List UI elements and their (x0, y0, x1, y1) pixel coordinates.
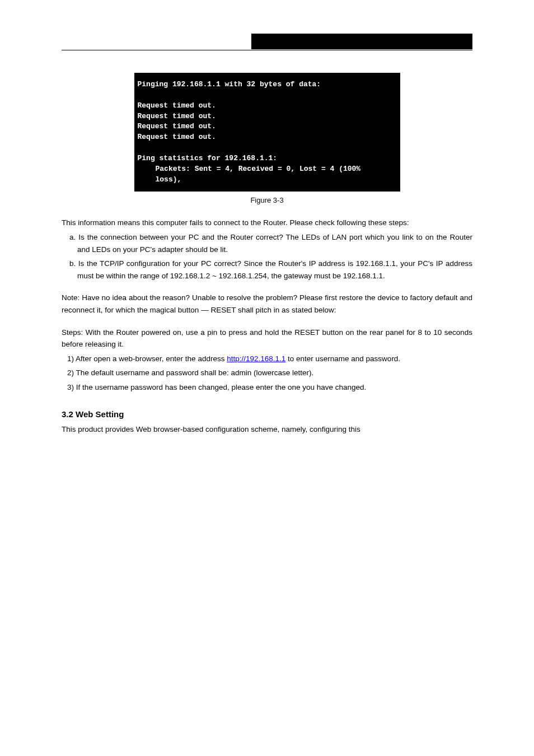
terminal-line: Request timed out. (138, 101, 391, 111)
terminal-line: Packets: Sent = 4, Received = 0, Lost = … (138, 164, 391, 185)
terminal-blank (138, 90, 391, 101)
terminal-line: Request timed out. (138, 132, 391, 143)
paragraph-intro: This information means this computer fai… (62, 217, 472, 229)
bullet-b: b. Is the TCP/IP configuration for your … (77, 258, 472, 282)
step-2: 2) The default username and password sha… (77, 367, 472, 379)
section-heading: 3.2 Web Setting (62, 409, 472, 419)
figure-caption: Figure 3-3 (62, 196, 472, 204)
steps-head: Steps: With the Router powered on, use a… (62, 326, 472, 351)
step-1-text-a: 1) After open a web-browser, enter the a… (67, 354, 227, 363)
terminal-line: Request timed out. (138, 122, 391, 132)
terminal-line: Pinging 192.168.1.1 with 32 bytes of dat… (138, 80, 391, 90)
router-url-link[interactable]: http://192.168.1.1 (227, 354, 285, 363)
terminal-line: Request timed out. (138, 111, 391, 122)
step-3: 3) If the username password has been cha… (77, 381, 472, 394)
terminal-output: Pinging 192.168.1.1 with 32 bytes of dat… (134, 73, 400, 192)
terminal-blank (138, 143, 391, 153)
bullet-a: a. Is the connection between your PC and… (77, 231, 472, 255)
header-bar (62, 34, 472, 50)
terminal-line: Ping statistics for 192.168.1.1: (138, 153, 391, 164)
header-black-box (251, 34, 472, 49)
note-paragraph: Note: Have no idea about the reason? Una… (62, 292, 472, 316)
step-1: 1) After open a web-browser, enter the a… (77, 353, 472, 365)
terminal-figure: Pinging 192.168.1.1 with 32 bytes of dat… (62, 73, 472, 204)
step-1-text-b: to enter username and password. (285, 354, 400, 363)
section-intro-text: This product provides Web browser-based … (62, 423, 472, 436)
